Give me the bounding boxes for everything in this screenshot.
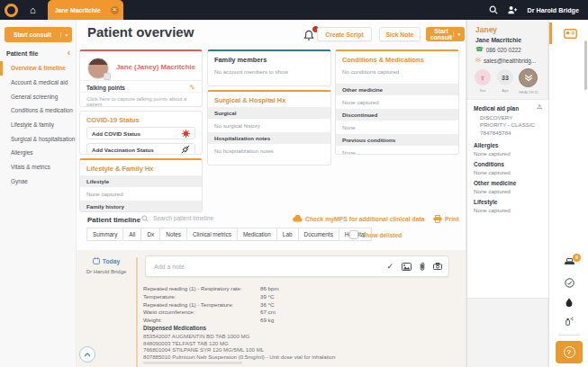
sidebar-menu: Overview & timeline Account & medical ai… (0, 61, 77, 188)
reading-row: Temperature: 39 °C (143, 293, 275, 300)
family-members-card: Family members No account members to sho… (207, 49, 331, 86)
female-icon: ♀ (479, 73, 486, 83)
talking-points-hint[interactable]: Click here to capture talking points abo… (80, 92, 202, 107)
reading-row: Repeated reading (1) - Respiratory rate:… (143, 285, 279, 291)
tab-medication[interactable]: Medication (237, 228, 277, 241)
tab-dx[interactable]: Dx (140, 228, 160, 241)
allergies-value: None captured (474, 150, 511, 157)
sex-badge: ♀ (475, 69, 491, 85)
add-covid-status-label: Add COVID Status (92, 130, 182, 137)
add-covid-status-button[interactable]: Add COVID Status (86, 127, 195, 139)
rail-item-dispense[interactable] (549, 257, 588, 266)
show-delisted-checkbox[interactable] (349, 230, 358, 239)
vertical-scrollbar[interactable] (584, 40, 587, 90)
hospitalization-value: No hospitalization notes (208, 144, 330, 157)
dispensed-medications-title: Dispensed Medications (143, 325, 206, 331)
previous-conditions-band-label: Previous conditions (336, 134, 458, 146)
warning-icon: ⚠ (537, 103, 542, 111)
print-button[interactable]: Print (433, 215, 458, 223)
tab-notes[interactable]: Notes (159, 228, 187, 241)
patient-summary-card: Jane (Janey) Macritchie Talking points ✎… (79, 49, 203, 107)
conditions-card-title: Conditions & Medications (336, 51, 458, 67)
timeline-title: Patient timeline (87, 216, 140, 224)
help-button[interactable]: ? (556, 341, 583, 363)
patient-email[interactable]: ✉ sales@healthbridg... (475, 57, 536, 64)
sidebar-item-lifestyle-family[interactable]: Lifestyle & family (0, 118, 77, 132)
tab-lab[interactable]: Lab (276, 228, 299, 241)
surgical-card-title: Surgical & Hospital Hx (208, 92, 330, 107)
sidebar-item-overview-timeline[interactable]: Overview & timeline (0, 61, 77, 76)
mail-icon: ✉ (475, 57, 481, 64)
printer-icon (433, 215, 442, 223)
create-script-button[interactable]: Create Script (317, 27, 372, 41)
id-card-icon (564, 29, 577, 39)
chevron-left-icon[interactable]: ‹ (68, 49, 70, 57)
mymps-link[interactable]: Check myMPS for additional clinical data (293, 215, 425, 222)
tab-all[interactable]: All (122, 228, 141, 241)
mymps-link-label: Check myMPS for additional clinical data (305, 216, 425, 222)
timeline-search-input[interactable] (151, 214, 237, 222)
sick-note-button[interactable]: Sick Note (379, 27, 421, 41)
reading-value: 67 cm (260, 309, 276, 315)
age-badge: 33 (497, 69, 513, 85)
timeline-feed: Today Dr Harold Bridge ✓ Repeated readin… (77, 250, 466, 367)
phone-icon: ☎ (475, 46, 484, 53)
patient-file-label: Patient file (6, 50, 68, 57)
patient-phone[interactable]: ☎ 086 020 0222 (475, 46, 521, 53)
add-vaccination-status-button[interactable]: Add Vaccination Status (86, 143, 195, 155)
sidebar: Start consult ▾ Patient file ‹ Overview … (0, 20, 77, 367)
medical-aid-number: 7847845784 (480, 130, 536, 137)
tab-summary[interactable]: Summary (86, 228, 123, 241)
reading-row: Repeated reading (1) - Temperature: 36 °… (143, 301, 275, 308)
notifications-bell-icon[interactable] (303, 29, 316, 41)
app-window: ⌂ Jane Macritchie × Dr Harold Bridge Sta… (0, 0, 588, 367)
syringe-icon (181, 145, 190, 154)
home-icon[interactable]: ⌂ (30, 0, 36, 20)
add-person-icon[interactable] (507, 5, 518, 14)
sidebar-start-consult-button[interactable]: Start consult ▾ (5, 27, 72, 42)
sidebar-item-account-medical-aid[interactable]: Account & medical aid (0, 76, 77, 90)
covid-card-title: COVID-19 Status (80, 112, 202, 127)
scroll-to-top-button[interactable] (79, 346, 95, 363)
paperclip-icon[interactable] (420, 262, 425, 271)
start-consult-label: Start consult (5, 31, 60, 38)
timeline-search (141, 214, 237, 222)
tab-clinical-metrics[interactable]: Clinical metrics (186, 228, 238, 241)
add-vaccination-status-label: Add Vaccination Status (92, 147, 181, 153)
image-icon[interactable] (402, 263, 412, 271)
search-icon[interactable] (489, 5, 498, 14)
timeline-tabs: Summary All Dx Notes Clinical metrics Me… (87, 228, 372, 241)
dispensed-med-line: 848090003 TELFAST TAB 120 MG (143, 340, 229, 346)
pencil-icon[interactable]: ✎ (189, 84, 195, 92)
rail-item-lab[interactable] (549, 298, 588, 307)
sidebar-item-surgical-hospitalisation[interactable]: Surgical & hospitalisation (0, 131, 77, 146)
confirm-check-icon[interactable]: ✓ (386, 262, 394, 271)
sidebar-item-general-screening[interactable]: General screening (0, 89, 77, 103)
sidebar-item-allergies[interactable]: Allergies (0, 146, 77, 160)
rail-item-patient-card[interactable] (549, 22, 588, 44)
sidebar-item-conditions-medication[interactable]: Conditions & medication (0, 103, 77, 118)
patient-nickname: Janey (475, 25, 497, 34)
start-consult-button[interactable]: Start consult ▾ (426, 27, 465, 41)
sidebar-item-gynae[interactable]: Gynae (0, 175, 77, 189)
today-link[interactable]: Today (77, 257, 136, 264)
tab-documents[interactable]: Documents (298, 228, 339, 241)
chevron-down-icon[interactable]: ▾ (60, 32, 72, 38)
rail-item-tasks[interactable] (549, 278, 588, 288)
close-icon[interactable]: × (111, 6, 119, 14)
current-user[interactable]: Dr Harold Bridge (527, 6, 579, 14)
camera-icon[interactable] (433, 263, 442, 270)
conditions-medications-card: Conditions & Medications No conditions c… (335, 49, 459, 155)
rail-item-spray[interactable] (549, 317, 588, 326)
show-delisted-toggle[interactable]: Show delisted (349, 230, 402, 239)
patient-file-header[interactable]: Patient file ‹ (6, 49, 70, 57)
patient-fullname: Jane Macritchie (475, 37, 521, 43)
add-note-input[interactable] (152, 263, 386, 271)
reading-label: Repeated reading (1) - Respiratory rate: (143, 285, 260, 291)
chevron-down-icon[interactable]: ▾ (453, 31, 465, 37)
patient-tab[interactable]: Jane Macritchie × (48, 0, 123, 20)
health-id-badge (519, 68, 538, 87)
lifestyle-label: Lifestyle (474, 199, 497, 205)
reading-value: 36 °C (260, 301, 275, 308)
sidebar-item-vitals-metrics[interactable]: Vitals & metrics (0, 160, 77, 175)
